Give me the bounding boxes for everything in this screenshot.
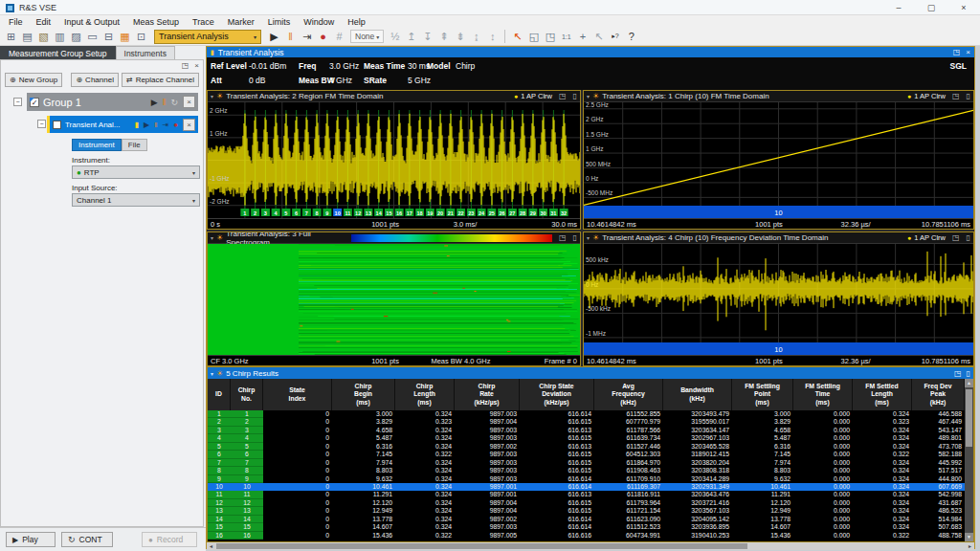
config-tab-file[interactable]: File bbox=[122, 139, 147, 151]
group-pause-icon[interactable]: ‖ bbox=[163, 98, 167, 107]
display-config-icon[interactable]: ⊟ bbox=[100, 29, 117, 44]
chirp-marker-flag[interactable]: 11 bbox=[344, 209, 352, 216]
menu-input-output[interactable]: Input & Output bbox=[57, 17, 126, 27]
chirp-marker-flag[interactable]: 17 bbox=[405, 209, 413, 216]
table-row[interactable]: 3304.6580.3249897.003616.613611787.56632… bbox=[208, 427, 965, 434]
scroll-left-icon[interactable]: ◄ bbox=[207, 542, 215, 550]
chirp-marker-flag[interactable]: 29 bbox=[528, 209, 537, 216]
channel-selector[interactable]: Transient Analysis ▾ bbox=[154, 30, 261, 44]
table-row[interactable]: 7707.9740.3249897.003616.615611864.97032… bbox=[208, 459, 965, 467]
table-row[interactable]: 4405.4870.3249897.003616.615611639.73432… bbox=[208, 434, 965, 442]
maximize-icon[interactable]: ▢ bbox=[915, 3, 947, 12]
panel-delete-icon[interactable]: ▯ bbox=[573, 233, 577, 242]
table-row[interactable]: 1616015.4360.3229897.005616.616604734.99… bbox=[208, 532, 965, 540]
panel-restore-icon[interactable]: ◳ bbox=[954, 369, 962, 378]
menu-meas-setup[interactable]: Meas Setup bbox=[126, 17, 186, 27]
table-row[interactable]: 1010010.4610.3249897.001616.614611169.30… bbox=[208, 483, 965, 491]
channel-item[interactable]: Transient Anal... ▮ ▶ ‖ ⇥ ● × bbox=[47, 116, 198, 133]
chirp-marker-flag[interactable]: 19 bbox=[426, 209, 434, 216]
group-loop-icon[interactable]: ↻ bbox=[170, 98, 178, 107]
config-tab-instrument[interactable]: Instrument bbox=[72, 139, 122, 151]
panel-title-bar[interactable]: ▾ ☀ Transient Analysis: 4 Chirp (10) Fre… bbox=[584, 232, 973, 244]
scroll-up-icon[interactable]: ▲ bbox=[965, 379, 973, 387]
chirp-marker-flag[interactable]: 15 bbox=[385, 209, 393, 216]
marker-delta-icon[interactable]: ↨ bbox=[468, 29, 484, 44]
column-header[interactable]: ID bbox=[208, 379, 231, 410]
header-field-att[interactable]: Att0 dB bbox=[211, 76, 266, 85]
panel-restore-icon[interactable]: ◳ bbox=[952, 233, 960, 242]
scroll-thumb[interactable] bbox=[966, 389, 972, 447]
chirp-marker-flag[interactable]: 4 bbox=[272, 209, 280, 216]
smartgrid-icon[interactable]: ▦ bbox=[117, 29, 133, 44]
cont-button[interactable]: ↻CONT bbox=[61, 532, 113, 547]
panel-restore-icon[interactable]: ◳ bbox=[559, 233, 567, 242]
marker-min-icon[interactable]: ⇞ bbox=[435, 29, 452, 44]
chevron-down-icon[interactable]: ▾ bbox=[587, 234, 590, 241]
column-header[interactable]: FM Settling Point (ms) bbox=[732, 379, 793, 410]
table-vertical-scrollbar[interactable]: ▲ ▼ bbox=[965, 379, 973, 541]
channel-record-icon[interactable]: ● bbox=[173, 121, 178, 129]
channel-collapse-icon[interactable]: − bbox=[37, 120, 46, 128]
chart-chirp-fm[interactable]: 2.5 GHz2 GHz1.5 GHz1 GHz500 MHz0 Hz-500 … bbox=[584, 102, 973, 218]
scroll-thumb[interactable] bbox=[216, 543, 747, 549]
table-row[interactable]: 1313012.9490.3249897.004616.615611721.15… bbox=[208, 507, 965, 515]
group-checkbox[interactable]: ✓ bbox=[30, 98, 39, 107]
header-field-ref-level[interactable]: Ref Level-0.01 dBm bbox=[211, 61, 286, 71]
record-icon[interactable]: ● bbox=[315, 29, 331, 44]
play-button[interactable]: ▶Play bbox=[6, 532, 56, 547]
group-item[interactable]: ✓ Group 1 ▶ ‖ ↻ × bbox=[27, 93, 198, 111]
channel-step-icon[interactable]: ⇥ bbox=[162, 121, 168, 129]
move-icon[interactable]: + bbox=[574, 29, 590, 44]
chart-freq-dev[interactable]: 500 kHz0 Hz-500 kHz-1 MHz10 bbox=[584, 244, 973, 355]
sidebar-tab-measurement-group-setup[interactable]: Measurement Group Setup bbox=[0, 46, 116, 59]
single-sweep-icon[interactable]: ⇥ bbox=[299, 29, 315, 44]
column-header[interactable]: Chirp Begin (ms) bbox=[332, 379, 395, 410]
chirp-marker-flag[interactable]: 8 bbox=[313, 209, 322, 216]
play-icon[interactable]: ▶ bbox=[266, 29, 282, 44]
close-icon[interactable]: × bbox=[947, 3, 980, 12]
header-field-freq[interactable]: Freq3.0 GHz bbox=[299, 61, 359, 71]
marker-peak-icon[interactable]: ↥ bbox=[403, 29, 419, 44]
menu-limits[interactable]: Limits bbox=[261, 17, 298, 27]
chevron-down-icon[interactable]: ▾ bbox=[211, 93, 213, 99]
marker-ratio-icon[interactable]: ½ bbox=[387, 29, 403, 44]
replace-channel-button[interactable]: ⇄Replace Channel bbox=[122, 73, 199, 87]
chevron-down-icon[interactable]: ▾ bbox=[211, 370, 213, 377]
chirp-marker-flag[interactable]: 23 bbox=[467, 209, 476, 216]
table-row[interactable]: 9909.6320.3249897.003616.614611709.91032… bbox=[208, 475, 965, 483]
menu-trace[interactable]: Trace bbox=[186, 17, 221, 27]
window-layout-icon[interactable]: ⊞ bbox=[3, 29, 19, 44]
export-icon[interactable]: ▨ bbox=[68, 29, 84, 44]
chirp-marker-flag[interactable]: 30 bbox=[539, 209, 547, 216]
chirp-marker-flag[interactable]: 27 bbox=[508, 209, 517, 216]
panel-close-icon[interactable]: × bbox=[194, 61, 199, 70]
column-header[interactable]: Chirp No. bbox=[231, 379, 263, 410]
panel-title-bar[interactable]: ▾ ☀ Transient Analysis: 2 Region FM Time… bbox=[208, 91, 580, 102]
column-header[interactable]: Avg Frequency (kHz) bbox=[594, 379, 663, 410]
header-field-meas-bw[interactable]: Meas BW4 GHz bbox=[299, 76, 352, 85]
table-row[interactable]: 1111011.2910.3249897.001616.613611816.91… bbox=[208, 491, 965, 498]
chirp-marker-flag[interactable]: 31 bbox=[549, 209, 558, 216]
panel-restore-icon[interactable]: ◳ bbox=[559, 92, 567, 100]
chirp-marker-flag[interactable]: 12 bbox=[354, 209, 363, 216]
panel-restore-icon[interactable]: ◳ bbox=[952, 92, 960, 100]
chirp-marker-flag[interactable]: 22 bbox=[457, 209, 465, 216]
help-icon[interactable]: ? bbox=[623, 29, 639, 44]
menu-help[interactable]: Help bbox=[341, 17, 372, 27]
report-icon[interactable]: ▥ bbox=[52, 29, 68, 44]
column-header[interactable]: Chirp Rate (kHz/µs) bbox=[455, 379, 520, 410]
scroll-down-icon[interactable]: ▼ bbox=[965, 533, 973, 541]
table-row[interactable]: 1515014.6070.3249897.003616.614611512.52… bbox=[208, 523, 965, 531]
marker-search-icon[interactable]: ⇟ bbox=[452, 29, 468, 44]
pan-icon[interactable]: ↖ bbox=[590, 29, 607, 44]
chirp-marker-flag[interactable]: 24 bbox=[478, 209, 486, 216]
new-group-button[interactable]: ⊕New Group bbox=[5, 73, 62, 87]
chirp-marker-flag[interactable]: 6 bbox=[292, 209, 301, 216]
open-file-icon[interactable]: ▧ bbox=[35, 29, 52, 44]
chart-spectrogram[interactable] bbox=[208, 244, 580, 355]
table-row[interactable]: 1212012.1200.3249897.004616.615611793.96… bbox=[208, 499, 965, 507]
print-icon[interactable]: ▭ bbox=[84, 29, 100, 44]
channel-close-button[interactable]: × bbox=[183, 119, 195, 131]
chirp-marker-flag[interactable]: 1 bbox=[240, 209, 249, 216]
table-row[interactable]: 5506.3160.3249897.002616.613611527.44632… bbox=[208, 443, 965, 451]
